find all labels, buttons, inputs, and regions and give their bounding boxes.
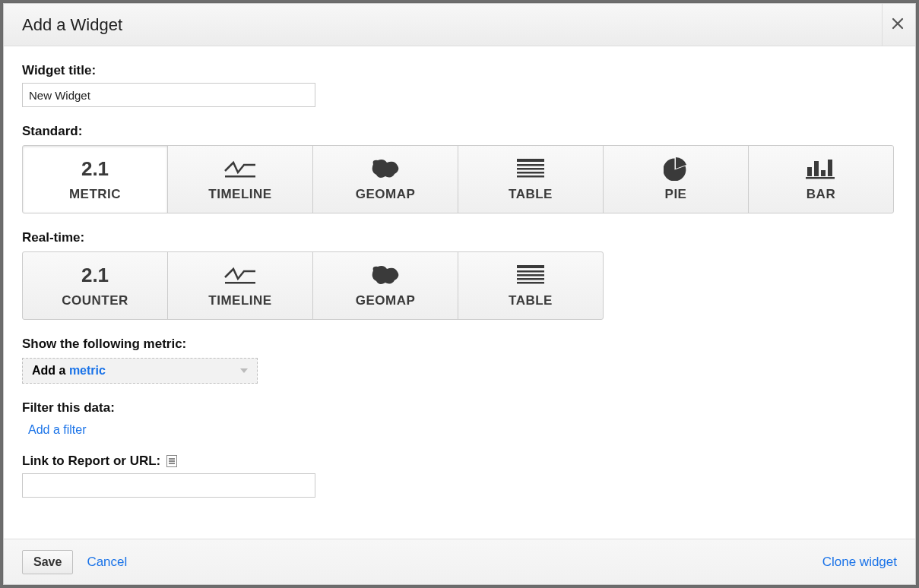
table-icon xyxy=(515,263,546,287)
url-label: Link to Report or URL: xyxy=(22,454,160,469)
close-button[interactable] xyxy=(882,4,915,46)
svg-rect-15 xyxy=(517,278,544,280)
dialog-titlebar: Add a Widget xyxy=(4,4,915,46)
add-metric-prefix: Add a xyxy=(32,364,69,377)
standard-type-row: 2.1METRICTIMELINEGEOMAP TABLE PIE BAR xyxy=(22,145,897,213)
geomap-icon xyxy=(369,156,402,181)
realtime-type-label: GEOMAP xyxy=(356,293,416,308)
metric-number-icon: 2.1 xyxy=(81,156,109,181)
footer-left: Save Cancel xyxy=(22,550,127,574)
standard-label: Standard: xyxy=(22,124,897,139)
realtime-type-table[interactable]: TABLE xyxy=(458,251,604,320)
add-widget-dialog: Add a Widget Widget title: Standard: 2.1… xyxy=(3,3,916,585)
standard-type-label: TIMELINE xyxy=(208,187,271,202)
widget-title-section: Widget title: xyxy=(22,63,897,107)
standard-type-geomap[interactable]: GEOMAP xyxy=(312,145,458,213)
svg-rect-5 xyxy=(517,175,544,178)
metric-label: Show the following metric: xyxy=(22,337,897,352)
metric-section: Show the following metric: Add a metric xyxy=(22,337,897,384)
realtime-type-label: TIMELINE xyxy=(208,293,271,308)
save-button[interactable]: Save xyxy=(22,550,73,574)
timeline-icon xyxy=(223,156,258,181)
svg-rect-1 xyxy=(517,159,544,162)
standard-type-label: PIE xyxy=(665,187,687,202)
standard-section: Standard: 2.1METRICTIMELINEGEOMAP TABLE … xyxy=(22,124,897,213)
realtime-type-counter[interactable]: 2.1COUNTER xyxy=(22,251,168,320)
add-metric-dropdown[interactable]: Add a metric xyxy=(22,358,258,384)
svg-rect-3 xyxy=(517,168,544,170)
svg-rect-10 xyxy=(806,177,835,179)
realtime-type-label: COUNTER xyxy=(62,293,128,308)
standard-type-bar[interactable]: BAR xyxy=(748,145,894,213)
standard-type-metric[interactable]: 2.1METRIC xyxy=(22,145,168,213)
add-metric-dropdown-text: Add a metric xyxy=(32,364,106,378)
dialog-title: Add a Widget xyxy=(22,15,122,35)
pie-icon xyxy=(664,156,688,181)
metric-number-icon: 2.1 xyxy=(81,263,109,287)
url-input[interactable] xyxy=(22,473,315,498)
standard-type-label: BAR xyxy=(807,187,835,202)
widget-title-label: Widget title: xyxy=(22,63,897,78)
realtime-type-label: TABLE xyxy=(509,293,553,308)
clone-widget-link[interactable]: Clone widget xyxy=(822,555,897,570)
svg-rect-12 xyxy=(517,265,544,268)
svg-rect-4 xyxy=(517,172,544,174)
svg-rect-6 xyxy=(807,167,812,176)
widget-title-input[interactable] xyxy=(22,83,315,107)
report-icon[interactable] xyxy=(166,455,177,467)
svg-rect-9 xyxy=(828,160,832,176)
standard-type-label: METRIC xyxy=(69,187,121,202)
add-metric-link-word: metric xyxy=(69,364,106,377)
standard-type-table[interactable]: TABLE xyxy=(458,145,604,213)
svg-rect-11 xyxy=(225,282,255,284)
svg-rect-7 xyxy=(814,161,819,176)
filter-label: Filter this data: xyxy=(22,400,897,416)
filter-section: Filter this data: Add a filter xyxy=(22,400,897,437)
svg-rect-13 xyxy=(517,270,544,273)
realtime-type-row: 2.1COUNTERTIMELINEGEOMAP TABLE xyxy=(22,251,897,320)
realtime-type-geomap[interactable]: GEOMAP xyxy=(312,251,458,320)
realtime-label: Real-time: xyxy=(22,230,897,245)
svg-rect-0 xyxy=(225,175,255,178)
table-icon xyxy=(515,156,546,181)
url-section: Link to Report or URL: xyxy=(22,454,897,498)
timeline-icon xyxy=(223,263,258,287)
url-label-row: Link to Report or URL: xyxy=(22,454,897,469)
svg-rect-16 xyxy=(517,282,544,284)
svg-rect-2 xyxy=(517,164,544,166)
close-icon xyxy=(892,16,904,33)
realtime-type-timeline[interactable]: TIMELINE xyxy=(167,251,313,320)
dialog-footer: Save Cancel Clone widget xyxy=(4,539,915,584)
svg-rect-14 xyxy=(517,274,544,277)
svg-rect-8 xyxy=(821,170,826,176)
realtime-section: Real-time: 2.1COUNTERTIMELINEGEOMAP TABL… xyxy=(22,230,897,320)
cancel-link[interactable]: Cancel xyxy=(87,555,127,570)
standard-type-label: TABLE xyxy=(509,187,553,202)
bar-icon xyxy=(804,156,838,181)
standard-type-timeline[interactable]: TIMELINE xyxy=(167,145,313,213)
geomap-icon xyxy=(369,263,402,287)
standard-type-pie[interactable]: PIE xyxy=(603,145,749,213)
chevron-down-icon xyxy=(240,368,248,373)
add-filter-link[interactable]: Add a filter xyxy=(22,423,897,437)
standard-type-label: GEOMAP xyxy=(356,187,416,202)
dialog-body: Widget title: Standard: 2.1METRICTIMELIN… xyxy=(4,46,915,539)
